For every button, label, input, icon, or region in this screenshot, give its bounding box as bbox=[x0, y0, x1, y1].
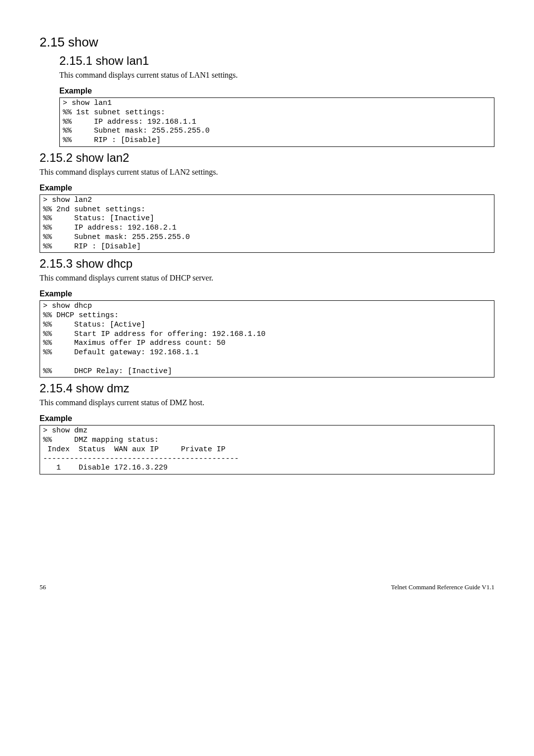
example-label: Example bbox=[40, 289, 494, 298]
description-text: This command displays current status of … bbox=[40, 398, 494, 407]
code-block: > show lan2 %% 2nd subnet settings: %% S… bbox=[40, 194, 494, 253]
subsection-heading-dmz: 2.15.4 show dmz bbox=[40, 381, 494, 395]
code-block: > show dmz %% DMZ mapping status: Index … bbox=[40, 425, 494, 474]
description-text: This command displays current status of … bbox=[40, 168, 494, 177]
footer-title: Telnet Command Reference Guide V1.1 bbox=[391, 583, 494, 591]
description-text: This command displays current status of … bbox=[40, 274, 494, 283]
subsection-heading-lan2: 2.15.2 show lan2 bbox=[40, 151, 494, 165]
page-number: 56 bbox=[40, 583, 46, 591]
example-label: Example bbox=[59, 87, 494, 95]
section-heading: 2.15 show bbox=[40, 35, 494, 50]
example-label: Example bbox=[40, 184, 494, 192]
description-text: This command displays current status of … bbox=[59, 71, 494, 80]
code-block: > show lan1 %% 1st subnet settings: %% I… bbox=[59, 97, 494, 147]
subsection-heading-dhcp: 2.15.3 show dhcp bbox=[40, 257, 494, 271]
code-block: > show dhcp %% DHCP settings: %% Status:… bbox=[40, 300, 494, 378]
example-label: Example bbox=[40, 414, 494, 423]
subsection-heading-lan1: 2.15.1 show lan1 bbox=[59, 54, 494, 68]
